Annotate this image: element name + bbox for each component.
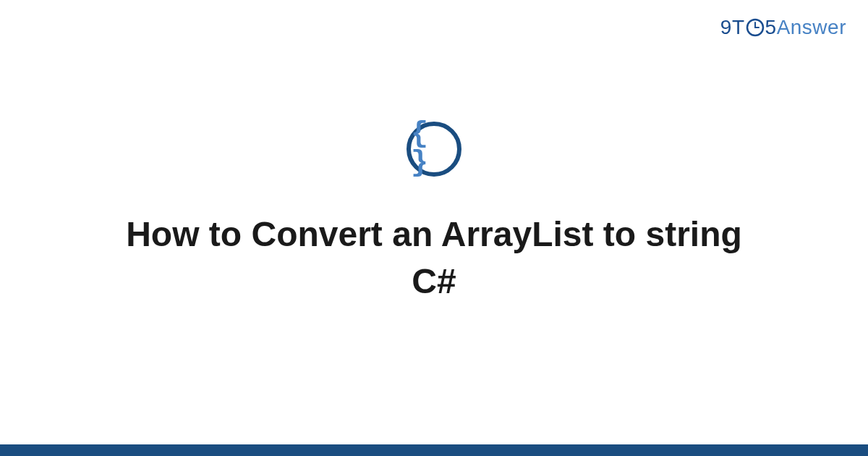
footer-accent-bar xyxy=(0,444,868,456)
page-title: How to Convert an ArrayList to string C# xyxy=(109,211,760,305)
code-braces-icon: { } xyxy=(411,120,457,178)
main-content: { } How to Convert an ArrayList to strin… xyxy=(0,0,868,456)
category-icon-circle: { } xyxy=(407,122,461,177)
